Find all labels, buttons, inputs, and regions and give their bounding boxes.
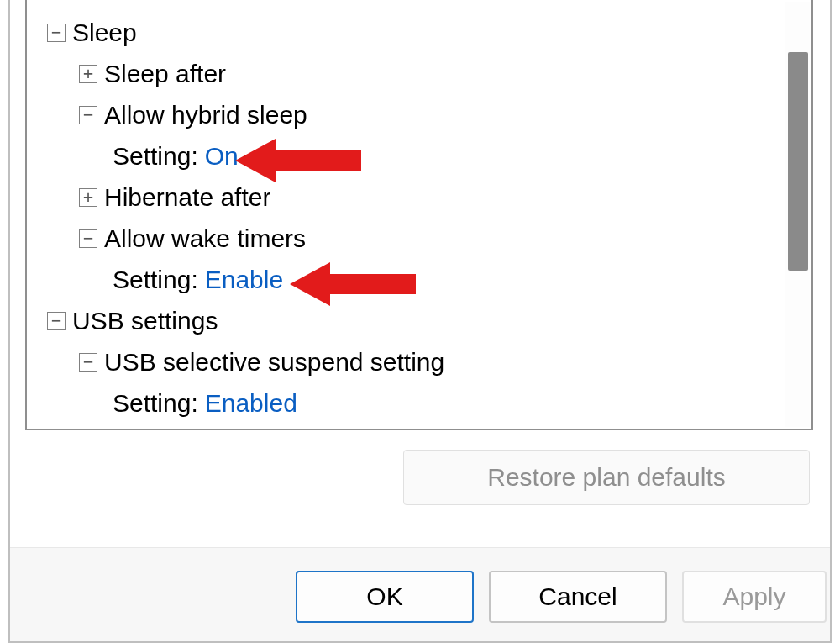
tree-item-allow-hybrid-sleep[interactable]: − Allow hybrid sleep [30,94,811,135]
tree-item-label: USB settings [72,308,218,334]
tree-item-hibernate-after[interactable]: + Hibernate after [30,177,811,218]
scrollbar-vertical[interactable] [785,2,810,427]
collapse-icon[interactable]: − [79,106,97,124]
tree-item-label: Allow wake timers [104,226,306,251]
settings-tree: − Sleep + Sleep after − Allow hybrid sle… [27,0,811,424]
expand-icon[interactable]: + [79,65,97,83]
collapse-icon[interactable]: − [47,312,66,330]
tree-item-label: Sleep after [104,61,226,87]
setting-prefix: Setting: [113,267,198,293]
expand-icon[interactable]: + [79,188,97,207]
setting-value-hybrid-sleep[interactable]: On [205,144,239,169]
ok-button[interactable]: OK [296,571,474,623]
setting-value-usb-suspend[interactable]: Enabled [205,391,297,416]
collapse-icon[interactable]: − [79,229,97,248]
restore-plan-defaults-button: Restore plan defaults [403,450,810,505]
scrollbar-thumb[interactable] [788,52,808,271]
setting-row-wake-timers[interactable]: Setting: Enable [30,259,811,300]
tree-item-label: USB selective suspend setting [104,350,444,375]
setting-value-wake-timers[interactable]: Enable [205,267,283,293]
apply-button: Apply [682,571,827,623]
setting-prefix: Setting: [113,391,198,416]
settings-tree-panel: − Sleep + Sleep after − Allow hybrid sle… [25,0,813,430]
tree-item-sleep-after[interactable]: + Sleep after [30,53,811,94]
setting-row-usb-suspend[interactable]: Setting: Enabled [30,382,811,424]
tree-item-label: Sleep [72,20,137,45]
apply-button-label: Apply [722,582,785,611]
ok-button-label: OK [366,582,402,611]
collapse-icon[interactable]: − [79,353,97,372]
tree-item-label: Allow hybrid sleep [104,103,307,128]
tree-item-usb-selective-suspend[interactable]: − USB selective suspend setting [30,341,811,382]
dialog-body: − Sleep + Sleep after − Allow hybrid sle… [8,0,832,643]
setting-prefix: Setting: [113,144,198,169]
cancel-button[interactable]: Cancel [489,571,667,623]
tree-item-label: Hibernate after [104,185,270,210]
tree-item-usb-settings[interactable]: − USB settings [30,300,811,341]
tree-item-sleep[interactable]: − Sleep [30,12,811,53]
setting-row-hybrid-sleep[interactable]: Setting: On [30,135,811,177]
tree-item-allow-wake-timers[interactable]: − Allow wake timers [30,218,811,259]
cancel-button-label: Cancel [538,582,617,611]
collapse-icon[interactable]: − [47,24,66,42]
restore-plan-defaults-label: Restore plan defaults [487,463,726,492]
